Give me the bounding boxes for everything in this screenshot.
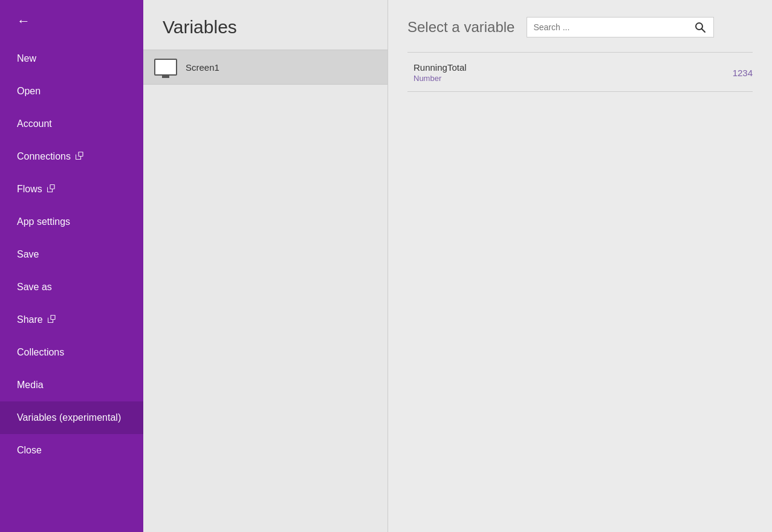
search-icon: [694, 21, 706, 33]
screen-icon: [154, 59, 177, 76]
sidebar-item-flows[interactable]: Flows: [0, 173, 143, 206]
search-box: [527, 17, 714, 37]
sidebar-item-media[interactable]: Media: [0, 369, 143, 401]
sidebar-item-label-share: Share: [17, 314, 43, 325]
variable-row[interactable]: RunningTotalNumber1234: [407, 53, 753, 92]
variable-name: RunningTotal: [414, 62, 467, 73]
right-panel: Select a variable RunningTotalNumber1234: [388, 0, 772, 532]
svg-rect-0: [79, 152, 83, 157]
sidebar-item-label-new: New: [17, 53, 36, 64]
sidebar-item-label-app-settings: App settings: [17, 216, 70, 227]
sidebar: ← NewOpenAccountConnectionsFlowsApp sett…: [0, 0, 143, 532]
variable-type: Number: [414, 74, 467, 83]
external-link-icon-connections: [76, 152, 83, 161]
sidebar-item-close[interactable]: Close: [0, 434, 143, 467]
sidebar-item-label-close: Close: [17, 445, 42, 456]
sidebar-item-label-save-as: Save as: [17, 282, 52, 293]
sidebar-item-variables[interactable]: Variables (experimental): [0, 401, 143, 434]
search-input[interactable]: [533, 22, 693, 32]
sidebar-item-label-account: Account: [17, 118, 52, 129]
sidebar-item-label-open: Open: [17, 86, 41, 97]
search-button[interactable]: [693, 21, 707, 33]
sidebar-item-app-settings[interactable]: App settings: [0, 206, 143, 238]
sidebar-item-connections[interactable]: Connections: [0, 140, 143, 173]
screen-list: Screen1: [143, 50, 388, 85]
sidebar-item-account[interactable]: Account: [0, 108, 143, 140]
sidebar-item-label-connections: Connections: [17, 151, 71, 162]
back-arrow-icon: ←: [17, 13, 30, 29]
back-button[interactable]: ←: [0, 0, 143, 42]
svg-rect-2: [51, 316, 55, 320]
external-link-icon-share: [48, 315, 56, 325]
sidebar-item-new[interactable]: New: [0, 42, 143, 75]
variable-info: RunningTotalNumber: [414, 62, 467, 83]
svg-rect-1: [50, 185, 54, 189]
sidebar-item-save-as[interactable]: Save as: [0, 271, 143, 303]
sidebar-item-label-collections: Collections: [17, 347, 64, 358]
screen-item[interactable]: Screen1: [143, 50, 388, 85]
sidebar-item-label-media: Media: [17, 380, 44, 391]
screen-name: Screen1: [186, 62, 219, 73]
sidebar-item-collections[interactable]: Collections: [0, 336, 143, 369]
sidebar-item-open[interactable]: Open: [0, 75, 143, 108]
panel-title: Variables: [143, 0, 388, 50]
variables-list: RunningTotalNumber1234: [407, 52, 753, 92]
svg-line-4: [702, 29, 706, 33]
sidebar-item-save[interactable]: Save: [0, 238, 143, 271]
sidebar-item-label-variables: Variables (experimental): [17, 412, 121, 423]
variable-value: 1234: [733, 68, 753, 78]
middle-panel: Variables Screen1: [143, 0, 388, 532]
select-variable-label: Select a variable: [407, 19, 514, 36]
right-header: Select a variable: [407, 17, 753, 37]
sidebar-item-share[interactable]: Share: [0, 303, 143, 336]
sidebar-item-label-save: Save: [17, 249, 39, 260]
external-link-icon-flows: [47, 184, 55, 194]
sidebar-item-label-flows: Flows: [17, 184, 42, 195]
